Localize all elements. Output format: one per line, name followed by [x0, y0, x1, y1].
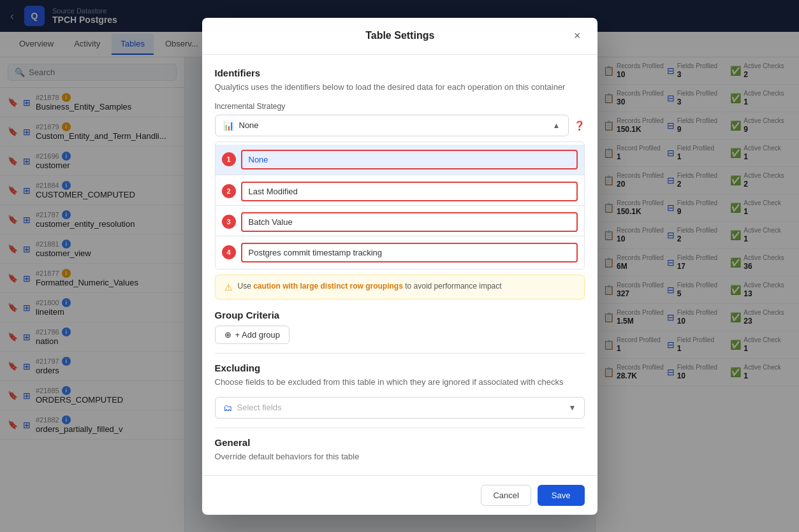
- excluding-title: Excluding: [215, 363, 585, 373]
- option-row-3: 3 Batch Value: [216, 208, 584, 236]
- group-criteria-section: Group Criteria ⊕ + Add group: [215, 310, 585, 344]
- option-row-4: 4 Postgres commit timestamp tracking: [216, 239, 584, 266]
- modal-body: Identifiers Qualytics uses the identifie…: [202, 55, 597, 475]
- general-desc: Override default behaviors for this tabl…: [215, 452, 585, 461]
- warning-icon: ⚠: [224, 282, 233, 292]
- help-icon[interactable]: ❓: [574, 120, 585, 131]
- modal-header: Table Settings ×: [202, 18, 597, 55]
- group-criteria-title: Group Criteria: [215, 310, 585, 320]
- modal-overlay: Table Settings × Identifiers Qualytics u…: [0, 0, 799, 532]
- identifiers-section: Identifiers Qualytics uses the identifie…: [215, 68, 585, 299]
- modal-close-button[interactable]: ×: [570, 28, 585, 44]
- save-button[interactable]: Save: [538, 485, 585, 506]
- option-number-1: 1: [222, 152, 236, 166]
- warning-box: ⚠ Use caution with large distinct row gr…: [215, 275, 585, 299]
- excluding-select[interactable]: 🗂 Select fields ▼: [215, 397, 585, 419]
- warning-text: Use caution with large distinct row grou…: [238, 282, 502, 291]
- excluding-section: Excluding Choose fields to be excluded f…: [215, 363, 585, 419]
- option-number-4: 4: [222, 245, 236, 259]
- option-label-4[interactable]: Postgres commit timestamp tracking: [241, 243, 578, 262]
- incremental-strategy-select[interactable]: 📊 None ▲: [215, 115, 569, 136]
- option-row-1: 1 None: [216, 145, 584, 175]
- option-number-2: 2: [222, 184, 236, 198]
- chevron-up-icon: ▲: [553, 121, 561, 130]
- chevron-down-icon: ▼: [569, 403, 576, 412]
- modal-footer: Cancel Save: [202, 475, 597, 515]
- identifiers-title: Identifiers: [215, 68, 585, 78]
- option-label-3[interactable]: Batch Value: [241, 212, 578, 232]
- selected-option-text: None: [239, 120, 548, 130]
- divider-2: [215, 428, 585, 428]
- option-label-2[interactable]: Last Modified: [241, 182, 578, 201]
- option-label-1[interactable]: None: [241, 150, 578, 169]
- chart-icon: 📊: [223, 120, 234, 131]
- option-row-2: 2 Last Modified: [216, 178, 584, 206]
- plus-circle-icon: ⊕: [224, 330, 231, 340]
- general-title: General: [215, 437, 585, 448]
- identifiers-desc: Qualytics uses the identifiers below to …: [215, 82, 585, 92]
- dropdown-options: 1 None 2 Last Modified: [215, 141, 585, 270]
- filter-icon: 🗂: [223, 403, 232, 413]
- warning-bold: caution with large distinct row grouping…: [253, 282, 403, 291]
- cancel-button[interactable]: Cancel: [481, 485, 531, 506]
- option-number-3: 3: [222, 215, 236, 229]
- modal-title: Table Settings: [230, 30, 570, 41]
- divider-1: [215, 353, 585, 354]
- general-section: General Override default behaviors for t…: [215, 437, 585, 475]
- modal: Table Settings × Identifiers Qualytics u…: [202, 18, 597, 515]
- incremental-strategy-label: Incremental Strategy: [215, 102, 585, 111]
- add-group-button[interactable]: ⊕ + Add group: [215, 326, 290, 344]
- excluding-desc: Choose fields to be excluded from this t…: [215, 377, 585, 387]
- select-fields-placeholder: Select fields: [237, 403, 564, 412]
